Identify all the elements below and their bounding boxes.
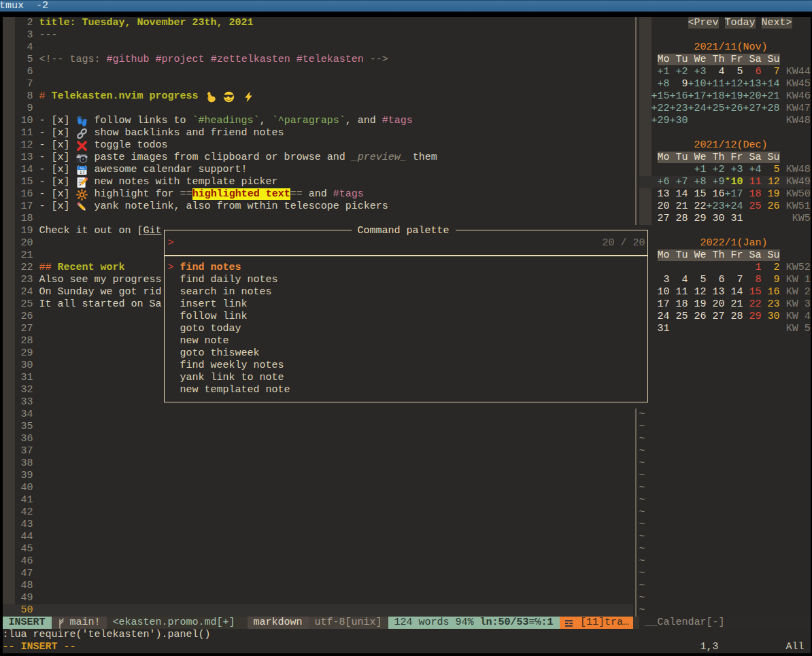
svg-text:17: 17: [79, 169, 84, 175]
